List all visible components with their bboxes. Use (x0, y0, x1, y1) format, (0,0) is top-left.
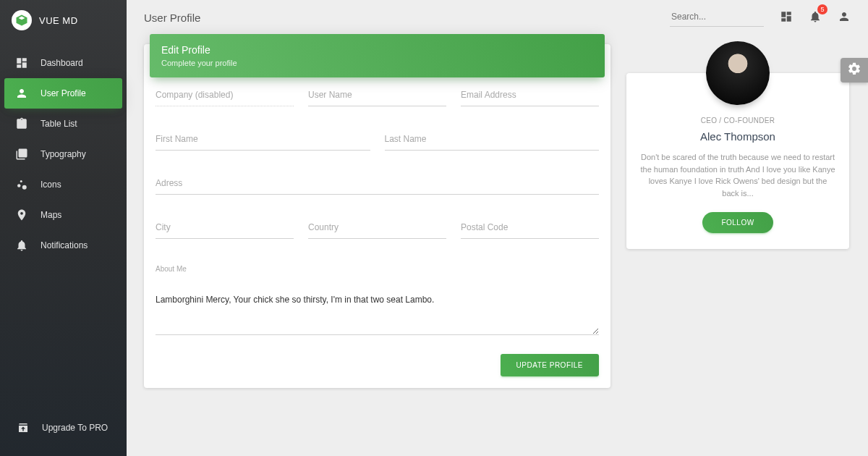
nav-label: Maps (41, 210, 61, 220)
page-title: User Profile (144, 12, 200, 24)
about-label: About Me (156, 265, 599, 273)
account-icon[interactable] (838, 10, 851, 26)
sidebar-item-notifications[interactable]: Notifications (4, 230, 122, 261)
update-profile-button[interactable]: UPDATE PROFILE (501, 354, 599, 376)
search-input[interactable] (670, 9, 764, 27)
unarchive-icon (16, 421, 30, 434)
form: Company (disabled) User Name Email Addre… (156, 84, 599, 376)
sidebar-item-table-list[interactable]: Table List (4, 109, 122, 139)
brand-logo (12, 10, 32, 30)
notifications-icon[interactable]: 5 (809, 10, 822, 26)
sidebar-item-upgrade[interactable]: Upgrade To PRO (13, 414, 114, 442)
topbar: User Profile 5 (127, 0, 868, 30)
address-input[interactable] (156, 177, 599, 195)
sidebar: VUE MD Dashboard User Profile Table List… (0, 0, 127, 456)
sidebar-item-user-profile[interactable]: User Profile (4, 78, 122, 109)
nav-label: Icons (41, 180, 61, 190)
username-input[interactable] (308, 88, 446, 106)
notification-badge: 5 (817, 4, 827, 14)
profile-bio: Don't be scared of the truth because we … (639, 151, 836, 199)
nav-label: Typography (41, 149, 86, 159)
avatar (706, 41, 770, 105)
clipboard-icon (14, 117, 29, 130)
svg-point-2 (22, 185, 27, 190)
person-icon (14, 87, 29, 100)
upgrade-section: Upgrade To PRO (0, 404, 127, 456)
library-icon (14, 148, 29, 161)
city-input[interactable] (156, 221, 294, 239)
nav-label: Table List (41, 119, 77, 129)
sidebar-item-icons[interactable]: Icons (4, 169, 122, 200)
brand[interactable]: VUE MD (0, 0, 127, 41)
sidebar-item-typography[interactable]: Typography (4, 139, 122, 169)
country-input[interactable] (308, 221, 446, 239)
nav-label: User Profile (41, 88, 86, 98)
svg-point-0 (17, 184, 21, 187)
email-input[interactable] (461, 88, 599, 106)
sidebar-item-maps[interactable]: Maps (4, 200, 122, 230)
sidebar-item-dashboard[interactable]: Dashboard (4, 48, 122, 78)
content: Edit Profile Complete your profile Compa… (127, 30, 868, 402)
brand-name: VUE MD (39, 15, 78, 26)
svg-point-1 (20, 180, 22, 182)
location-icon (14, 208, 29, 221)
profile-role: CEO / CO-FOUNDER (639, 117, 836, 124)
card-subtitle: Complete your profile (161, 59, 593, 67)
company-input (156, 88, 294, 106)
card-title: Edit Profile (161, 44, 593, 56)
nav-label: Upgrade To PRO (42, 423, 108, 433)
firstname-input[interactable] (156, 132, 370, 151)
gear-icon (847, 62, 861, 79)
edit-profile-card: Edit Profile Complete your profile Compa… (144, 44, 610, 388)
card-header: Edit Profile Complete your profile (150, 34, 605, 77)
lastname-input[interactable] (385, 132, 600, 151)
follow-button[interactable]: FOLLOW (702, 212, 773, 233)
profile-card: CEO / CO-FOUNDER Alec Thompson Don't be … (626, 73, 849, 249)
nav-label: Dashboard (41, 58, 83, 68)
bubble-icon (14, 178, 29, 191)
profile-name: Alec Thompson (639, 130, 836, 143)
nav-label: Notifications (41, 240, 88, 250)
main: User Profile 5 Edit Profile Complete you… (127, 0, 868, 456)
nav-list: Dashboard User Profile Table List Typogr… (0, 41, 127, 268)
dashboard-shortcut-icon[interactable] (780, 10, 793, 26)
about-textarea[interactable] (156, 292, 599, 335)
bell-icon (14, 239, 29, 252)
dashboard-icon (14, 56, 29, 69)
postal-input[interactable] (461, 221, 599, 239)
settings-tab[interactable] (841, 58, 868, 83)
